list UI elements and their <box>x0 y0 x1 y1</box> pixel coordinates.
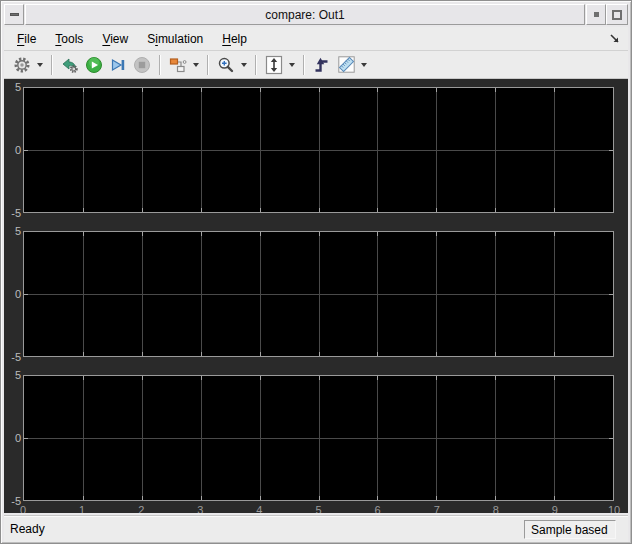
zoom-button[interactable] <box>214 53 238 77</box>
y-tick-label: -5 <box>5 351 21 363</box>
menu-help[interactable]: Help <box>216 29 253 49</box>
menu-view[interactable]: View <box>96 29 134 49</box>
toolbar-separator <box>303 55 305 75</box>
fit-to-view-button[interactable] <box>262 53 286 77</box>
statusbar: Ready Sample based <box>4 515 628 542</box>
x-tick-label: 7 <box>427 504 447 513</box>
y-tick-label: 0 <box>5 288 21 300</box>
tick-mark <box>142 352 143 356</box>
toolbar <box>4 51 628 79</box>
tick-mark <box>609 150 613 151</box>
toolbar-separator <box>207 55 209 75</box>
minimize-button[interactable] <box>586 4 606 25</box>
minimize-icon <box>594 12 599 17</box>
menu-simulation[interactable]: Simulation <box>141 29 209 49</box>
tick-mark <box>260 376 261 380</box>
tick-mark <box>554 232 555 236</box>
tick-mark <box>260 208 261 212</box>
x-tick-label: 8 <box>486 504 506 513</box>
status-text: Ready <box>4 522 45 536</box>
scope-axes-1[interactable] <box>23 87 614 213</box>
tick-mark <box>436 496 437 500</box>
sample-mode-label: Sample based <box>531 523 608 537</box>
scope-axes-3[interactable] <box>23 375 614 501</box>
tick-mark <box>83 376 84 380</box>
tick-mark <box>495 496 496 500</box>
chevron-down-icon <box>193 63 199 67</box>
tick-mark <box>24 294 28 295</box>
tick-mark <box>83 88 84 92</box>
tick-mark <box>142 496 143 500</box>
step-forward-button[interactable] <box>106 53 130 77</box>
tick-mark <box>436 88 437 92</box>
tick-mark <box>260 496 261 500</box>
y-tick-label: 0 <box>5 144 21 156</box>
cursor-measurements-dropdown[interactable] <box>358 53 370 77</box>
tick-mark <box>142 376 143 380</box>
gear-icon <box>13 56 31 74</box>
tick-mark <box>24 438 28 439</box>
cursor-measurements-button[interactable] <box>334 53 358 77</box>
y-tick-label: -5 <box>5 207 21 219</box>
toolbar-separator <box>51 55 53 75</box>
scope-axes-2[interactable] <box>23 231 614 357</box>
tick-mark <box>495 88 496 92</box>
x-tick-label: 4 <box>249 504 269 513</box>
window-menu-button[interactable] <box>4 4 24 25</box>
gridline <box>24 294 613 295</box>
titlebar: compare: Out1 <box>4 4 628 25</box>
chevron-down-icon <box>241 63 247 67</box>
signal-selector-dropdown[interactable] <box>190 53 202 77</box>
fit-to-view-dropdown[interactable] <box>286 53 298 77</box>
x-tick-label: 5 <box>309 504 329 513</box>
trigger-icon <box>313 56 331 74</box>
tick-mark <box>377 88 378 92</box>
menu-file[interactable]: File <box>11 29 42 49</box>
x-tick-label: 6 <box>368 504 388 513</box>
run-button[interactable] <box>82 53 106 77</box>
signal-selector-icon <box>169 56 187 74</box>
zoom-dropdown[interactable] <box>238 53 250 77</box>
cursor-measurements-icon <box>337 55 356 74</box>
tick-mark <box>377 352 378 356</box>
tick-mark <box>319 88 320 92</box>
tick-mark <box>201 232 202 236</box>
highlight-simulink-block-button[interactable] <box>58 53 82 77</box>
tick-mark <box>83 208 84 212</box>
tick-mark <box>436 208 437 212</box>
step-forward-icon <box>109 56 127 74</box>
tick-mark <box>201 352 202 356</box>
tick-mark <box>319 208 320 212</box>
tick-mark <box>377 208 378 212</box>
x-tick-label: 3 <box>190 504 210 513</box>
triggers-button[interactable] <box>310 53 334 77</box>
y-tick-label: 0 <box>5 432 21 444</box>
scope-window: compare: Out1 FileToolsViewSimulationHel… <box>0 0 632 544</box>
stop-button[interactable] <box>130 53 154 77</box>
menu-tools[interactable]: Tools <box>49 29 89 49</box>
tick-mark <box>319 496 320 500</box>
signal-selector-button[interactable] <box>166 53 190 77</box>
toolbar-separator <box>255 55 257 75</box>
parameters-dropdown[interactable] <box>34 53 46 77</box>
maximize-button[interactable] <box>606 4 628 25</box>
tick-mark <box>377 496 378 500</box>
toolbar-separator <box>159 55 161 75</box>
x-tick-label: 0 <box>13 504 33 513</box>
tick-mark <box>260 232 261 236</box>
parameters-button[interactable] <box>10 53 34 77</box>
dock-arrow-icon[interactable] <box>606 30 624 48</box>
zoom-icon <box>217 56 235 74</box>
tick-mark <box>436 376 437 380</box>
tick-mark <box>319 376 320 380</box>
tick-mark <box>554 352 555 356</box>
tick-mark <box>260 88 261 92</box>
x-tick-label: 2 <box>131 504 151 513</box>
tick-mark <box>201 88 202 92</box>
chevron-down-icon <box>361 63 367 67</box>
tick-mark <box>142 232 143 236</box>
tick-mark <box>609 438 613 439</box>
x-tick-label: 10 <box>604 504 624 513</box>
highlight-simulink-block-icon <box>61 56 79 74</box>
tick-mark <box>83 496 84 500</box>
